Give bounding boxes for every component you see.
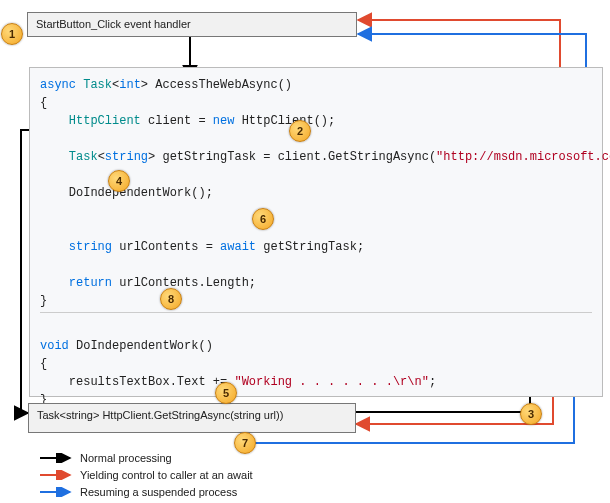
- legend-yielding: Yielding control to caller at an await: [40, 469, 253, 481]
- legend-resuming-label: Resuming a suspended process: [80, 486, 237, 498]
- callout-5: 5: [215, 382, 237, 404]
- kw-string: string: [105, 150, 148, 164]
- kw-async: async: [40, 78, 76, 92]
- callout-7: 7: [234, 432, 256, 454]
- doindep-name: DoIndependentWork(): [69, 339, 213, 353]
- bottom-box: Task<string> HttpClient.GetStringAsync(s…: [28, 403, 356, 433]
- return-expr: urlContents.Length;: [112, 276, 256, 290]
- kw-string2: string: [69, 240, 112, 254]
- callout-3: 3: [520, 403, 542, 425]
- callout-4: 4: [108, 170, 130, 192]
- bottom-label: Task<string> HttpClient.GetStringAsync(s…: [37, 409, 283, 421]
- callout-1: 1: [1, 23, 23, 45]
- kw-await: await: [220, 240, 256, 254]
- callout-6: 6: [252, 208, 274, 230]
- semi: ;: [429, 375, 436, 389]
- legend-normal: Normal processing: [40, 452, 172, 464]
- callout-2: 2: [289, 120, 311, 142]
- client-decl: client =: [141, 114, 213, 128]
- urlcontents-decl: urlContents =: [112, 240, 220, 254]
- method-name: AccessTheWebAsync(): [155, 78, 292, 92]
- legend-normal-label: Normal processing: [80, 452, 172, 464]
- getstringtask-decl: getStringTask = client.GetStringAsync(: [155, 150, 436, 164]
- doindep-call: DoIndependentWork();: [69, 186, 213, 200]
- kw-new: new: [213, 114, 235, 128]
- header-label: StartButton_Click event handler: [36, 18, 191, 30]
- type-httpclient: HttpClient: [69, 114, 141, 128]
- legend-resuming: Resuming a suspended process: [40, 486, 237, 498]
- header-box: StartButton_Click event handler: [27, 12, 357, 37]
- callout-8: 8: [160, 288, 182, 310]
- diagram-canvas: StartButton_Click event handler async Ta…: [0, 0, 610, 503]
- results-assign: resultsTextBox.Text +=: [69, 375, 235, 389]
- type-task2: Task: [69, 150, 98, 164]
- kw-void: void: [40, 339, 69, 353]
- kw-int: int: [119, 78, 141, 92]
- url-literal: "http://msdn.microsoft.com": [436, 150, 610, 164]
- code-divider: [40, 312, 592, 313]
- getstringtask-ref: getStringTask;: [256, 240, 364, 254]
- kw-return: return: [69, 276, 112, 290]
- httpclient-ctor: HttpClient();: [234, 114, 335, 128]
- working-literal: "Working . . . . . . .\r\n": [234, 375, 428, 389]
- legend-yielding-label: Yielding control to caller at an await: [80, 469, 253, 481]
- code-block: async Task<int> AccessTheWebAsync() { Ht…: [29, 67, 603, 397]
- type-task: Task: [83, 78, 112, 92]
